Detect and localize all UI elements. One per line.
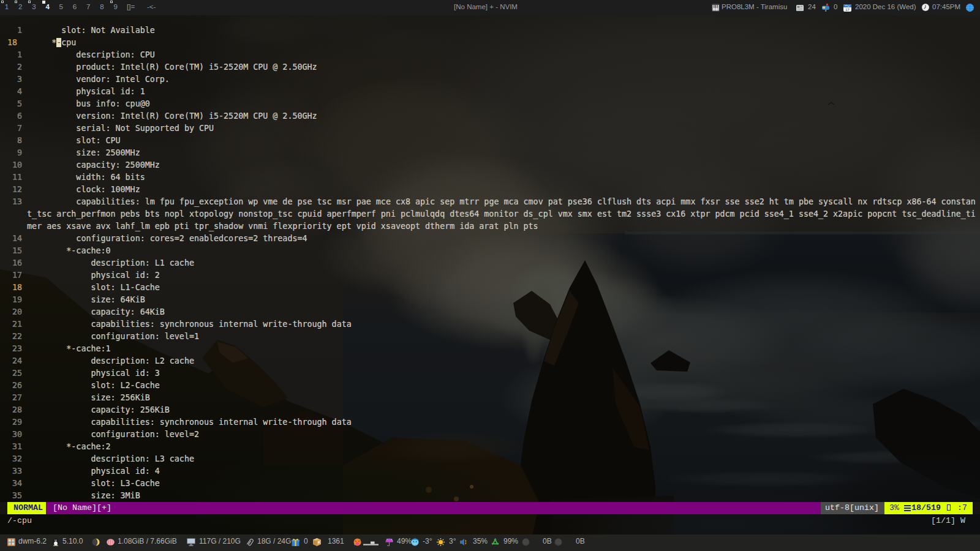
svg-text:17: 17 — [845, 8, 850, 12]
